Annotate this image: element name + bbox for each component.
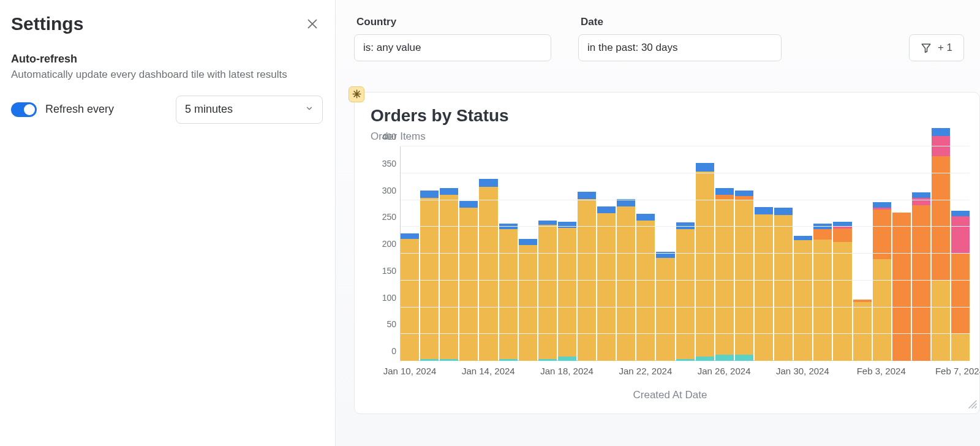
bar[interactable] xyxy=(696,163,714,361)
bar[interactable] xyxy=(774,208,793,361)
y-tick: 50 xyxy=(386,319,396,329)
bar-segment-yellow xyxy=(774,215,793,361)
x-tick: Jan 30, 2024 xyxy=(776,366,829,376)
x-tick: Jan 10, 2024 xyxy=(383,366,437,376)
bar[interactable] xyxy=(755,207,773,361)
close-button[interactable] xyxy=(302,13,323,34)
bar[interactable] xyxy=(833,222,851,361)
y-tick: 100 xyxy=(382,293,396,303)
bar-segment-yellow xyxy=(794,240,812,361)
auto-refresh-toggle[interactable] xyxy=(11,102,37,117)
filter-country-label: Country xyxy=(354,16,551,28)
tile-badge-icon: ✳ xyxy=(349,86,364,102)
refresh-interval-select[interactable]: 5 minutes xyxy=(176,96,323,124)
bar-segment-yellow xyxy=(656,258,674,361)
bar-segment-orange xyxy=(873,210,891,259)
bar-segment-teal xyxy=(735,355,753,361)
close-icon xyxy=(306,17,319,31)
bar[interactable] xyxy=(813,224,832,361)
bar-segment-yellow xyxy=(558,228,576,357)
chart: 050100150200250300350400 xyxy=(371,146,970,361)
more-filters-count: + 1 xyxy=(938,42,952,54)
bar-segment-yellow xyxy=(755,214,773,361)
bar-segment-yellow xyxy=(813,240,832,361)
y-tick: 400 xyxy=(382,132,396,142)
bar[interactable] xyxy=(794,236,812,361)
bar[interactable] xyxy=(401,233,419,361)
bar-segment-blue xyxy=(538,221,557,225)
bar[interactable] xyxy=(519,239,537,361)
bar[interactable] xyxy=(932,128,950,361)
bar-segment-yellow xyxy=(951,333,970,361)
x-tick: Jan 22, 2024 xyxy=(619,366,672,376)
bar[interactable] xyxy=(892,213,911,361)
bar[interactable] xyxy=(735,191,753,361)
bar-segment-blue xyxy=(459,201,478,208)
x-tick: Jan 18, 2024 xyxy=(540,366,594,376)
bar[interactable] xyxy=(459,201,478,361)
x-tick: Jan 14, 2024 xyxy=(462,366,515,376)
bar-segment-orange xyxy=(892,213,911,361)
filter-date-label: Date xyxy=(578,16,782,28)
bar-segment-blue xyxy=(755,207,773,214)
bar-segment-yellow xyxy=(440,195,458,359)
bar-segment-orange xyxy=(951,254,970,333)
bar[interactable] xyxy=(636,214,655,361)
bar[interactable] xyxy=(440,188,458,361)
bar-segment-blue xyxy=(401,233,419,239)
chart-y-axis: 050100150200250300350400 xyxy=(371,146,400,361)
bar-segment-teal xyxy=(676,359,695,361)
bar-segment-orange xyxy=(715,195,734,199)
bar-segment-pink xyxy=(951,216,970,254)
bar[interactable] xyxy=(597,206,616,361)
chart-x-title: Created At Date xyxy=(371,389,970,401)
bar[interactable] xyxy=(578,192,596,361)
auto-refresh-heading: Auto-refresh xyxy=(11,53,323,66)
bar-segment-yellow xyxy=(597,213,616,361)
bar-segment-blue xyxy=(873,202,891,208)
filter-country-input[interactable]: is: any value xyxy=(354,34,551,61)
x-tick: Feb 3, 2024 xyxy=(857,366,906,376)
orders-by-status-tile: ✳ Orders by Status Order Items 050100150… xyxy=(354,92,980,414)
bar[interactable] xyxy=(912,192,930,361)
bar-segment-blue xyxy=(420,191,439,198)
bar-segment-yellow xyxy=(479,187,497,361)
bar[interactable] xyxy=(538,221,557,361)
bar-segment-orange xyxy=(833,229,851,242)
bar[interactable] xyxy=(853,300,872,361)
bar-segment-yellow xyxy=(420,198,439,359)
svg-marker-2 xyxy=(922,44,930,53)
tile-resize-handle[interactable] xyxy=(968,400,977,411)
bar-segment-blue xyxy=(735,191,753,196)
bar[interactable] xyxy=(676,222,695,361)
auto-refresh-section: Auto-refresh Automatically update every … xyxy=(11,53,323,124)
bar[interactable] xyxy=(499,224,518,361)
bar-segment-yellow xyxy=(833,242,851,361)
y-tick: 200 xyxy=(382,239,396,249)
bar-segment-blue xyxy=(558,222,576,229)
filter-country: Country is: any value xyxy=(354,16,551,61)
bar-segment-yellow xyxy=(932,281,950,361)
bar[interactable] xyxy=(951,211,970,361)
settings-title: Settings xyxy=(11,13,83,34)
bar[interactable] xyxy=(715,188,734,361)
bar-segment-blue xyxy=(519,239,537,246)
bar-segment-teal xyxy=(715,355,734,361)
bar-segment-teal xyxy=(440,359,458,361)
bar[interactable] xyxy=(558,222,576,361)
bar-segment-teal xyxy=(538,359,557,361)
tile-subtitle: Order Items xyxy=(371,130,970,143)
y-tick: 250 xyxy=(382,212,396,222)
bar-segment-teal xyxy=(420,359,439,361)
auto-refresh-desc: Automatically update every dashboard til… xyxy=(11,68,323,82)
refresh-every-label: Refresh every xyxy=(45,103,114,116)
bar-segment-yellow xyxy=(873,259,891,361)
bar-segment-yellow xyxy=(401,239,419,361)
bar-segment-yellow xyxy=(459,208,478,361)
filter-date-value: in the past: 30 days xyxy=(587,42,677,54)
bar[interactable] xyxy=(420,191,439,361)
more-filters-button[interactable]: + 1 xyxy=(909,34,964,61)
bar-segment-orange xyxy=(932,156,950,281)
bar-segment-blue xyxy=(912,192,930,198)
filter-date-input[interactable]: in the past: 30 days xyxy=(578,34,782,61)
